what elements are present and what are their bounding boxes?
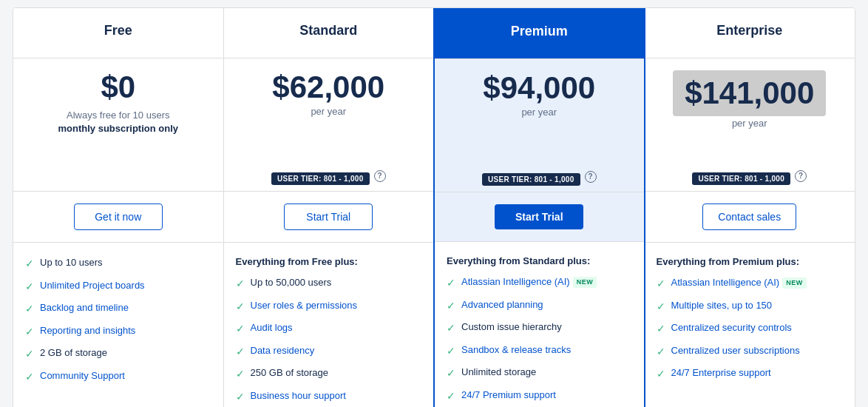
- feature-item: ✓Unlimited Project boards: [25, 279, 211, 295]
- feature-item: ✓Sandbox & release tracks: [447, 343, 632, 359]
- feature-link-premium-5[interactable]: 24/7 Premium support: [461, 389, 556, 400]
- feature-link-enterprise-3[interactable]: Centralized user subscriptions: [671, 345, 800, 356]
- check-icon: ✓: [236, 345, 245, 360]
- check-icon: ✓: [447, 321, 455, 336]
- feature-item: ✓Atlassian Intelligence (AI)NEW: [657, 276, 844, 292]
- plan-header-enterprise: Enterprise: [645, 8, 855, 58]
- feature-link-enterprise-4[interactable]: 24/7 Enterprise support: [671, 367, 771, 378]
- check-icon: ✓: [657, 277, 665, 292]
- check-icon: ✓: [447, 366, 455, 381]
- check-icon: ✓: [447, 389, 455, 404]
- new-badge: NEW: [573, 277, 597, 288]
- plan-name-enterprise: Enterprise: [657, 23, 844, 38]
- help-icon-enterprise[interactable]: ?: [795, 170, 807, 182]
- feature-text: Sandbox & release tracks: [461, 343, 571, 357]
- feature-item: ✓Community Support: [25, 369, 211, 385]
- feature-text: Community Support: [40, 369, 125, 383]
- cta-area-free: Get it now: [13, 192, 223, 243]
- feature-item: ✓Up to 50,000 users: [236, 276, 422, 292]
- check-icon: ✓: [657, 322, 665, 337]
- feature-link-free-2[interactable]: Backlog and timeline: [40, 302, 129, 313]
- check-icon: ✓: [447, 299, 455, 314]
- plan-price-area-free: $0Always free for 10 usersmonthly subscr…: [13, 58, 223, 192]
- feature-text: Up to 50,000 users: [251, 276, 332, 289]
- feature-item: ✓250 GB of storage: [236, 366, 422, 382]
- help-icon-premium[interactable]: ?: [585, 171, 597, 183]
- feature-link-premium-0[interactable]: Atlassian Intelligence (AI): [461, 276, 570, 287]
- feature-text: 24/7 Enterprise support: [671, 366, 771, 380]
- feature-link-free-1[interactable]: Unlimited Project boards: [40, 280, 145, 291]
- check-icon: ✓: [657, 300, 665, 314]
- help-icon-standard[interactable]: ?: [374, 170, 386, 182]
- feature-item: ✓Up to 10 users: [25, 256, 211, 272]
- feature-item: ✓2 GB of storage: [25, 346, 211, 362]
- features-title-premium: Everything from Standard plus:: [447, 255, 632, 266]
- plan-subtitle-free: Always free for 10 usersmonthly subscrip…: [58, 109, 178, 135]
- feature-link-standard-2[interactable]: Audit logs: [251, 322, 293, 333]
- feature-link-premium-1[interactable]: Advanced planning: [461, 299, 543, 310]
- check-icon: ✓: [25, 302, 34, 317]
- price-note-standard: per year: [311, 106, 346, 117]
- cta-button-free[interactable]: Get it now: [74, 204, 163, 230]
- feature-item: ✓Multiple sites, up to 150: [657, 299, 844, 314]
- plan-name-free: Free: [25, 23, 211, 38]
- feature-text: Up to 10 users: [40, 256, 103, 269]
- check-icon: ✓: [236, 300, 245, 314]
- feature-text: Unlimited Project boards: [40, 279, 145, 292]
- cta-area-premium: Start Trial: [435, 192, 644, 242]
- feature-link-enterprise-1[interactable]: Multiple sites, up to 150: [671, 300, 773, 311]
- feature-link-enterprise-0[interactable]: Atlassian Intelligence (AI): [671, 277, 780, 288]
- user-tier-badge-premium: USER TIER: 801 - 1,000: [482, 173, 580, 186]
- check-icon: ✓: [236, 390, 245, 405]
- price-wrapper-enterprise: $141,000per year: [673, 70, 826, 129]
- plan-price-area-enterprise: $141,000per yearUSER TIER: 801 - 1,000?: [645, 58, 855, 192]
- feature-link-standard-1[interactable]: User roles & permissions: [251, 300, 358, 311]
- features-area-standard: Everything from Free plus:✓Up to 50,000 …: [224, 243, 434, 407]
- plan-column-enterprise: Enterprise$141,000per yearUSER TIER: 801…: [645, 8, 855, 407]
- check-icon: ✓: [657, 345, 665, 360]
- features-area-premium: Everything from Standard plus:✓Atlassian…: [435, 242, 644, 407]
- feature-text: User roles & permissions: [251, 299, 358, 312]
- cta-button-enterprise[interactable]: Contact sales: [702, 204, 796, 230]
- plan-price-premium: $94,000: [483, 71, 595, 105]
- feature-link-free-3[interactable]: Reporting and insights: [40, 325, 135, 336]
- cta-button-standard[interactable]: Start Trial: [284, 204, 373, 230]
- cta-area-standard: Start Trial: [224, 192, 434, 243]
- pricing-table: Free$0Always free for 10 usersmonthly su…: [13, 7, 855, 407]
- check-icon: ✓: [657, 367, 665, 382]
- price-wrapper-premium: $94,000per year: [483, 71, 595, 118]
- feature-link-premium-3[interactable]: Sandbox & release tracks: [461, 344, 571, 355]
- feature-text: Reporting and insights: [40, 324, 135, 337]
- price-wrapper-free: $0Always free for 10 usersmonthly subscr…: [58, 70, 178, 136]
- cta-button-premium[interactable]: Start Trial: [495, 204, 583, 229]
- feature-item: ✓Business hour support: [236, 389, 422, 405]
- feature-item: ✓Unlimited storage: [447, 366, 632, 381]
- check-icon: ✓: [236, 322, 245, 337]
- plan-price-area-premium: $94,000per yearUSER TIER: 801 - 1,000?: [435, 59, 644, 192]
- features-title-standard: Everything from Free plus:: [236, 256, 422, 267]
- check-icon: ✓: [447, 344, 455, 359]
- feature-item: ✓User roles & permissions: [236, 299, 422, 314]
- feature-item: ✓Audit logs: [236, 321, 422, 337]
- price-note-premium: per year: [521, 107, 557, 118]
- check-icon: ✓: [25, 325, 34, 340]
- feature-text: Audit logs: [251, 321, 293, 334]
- feature-link-standard-5[interactable]: Business hour support: [251, 390, 346, 401]
- feature-link-free-5[interactable]: Community Support: [40, 370, 125, 381]
- feature-link-enterprise-2[interactable]: Centralized security controls: [671, 322, 792, 333]
- plan-price-standard: $62,000: [272, 70, 384, 104]
- feature-text: Centralized user subscriptions: [671, 344, 800, 357]
- plan-column-standard: Standard$62,000per yearUSER TIER: 801 - …: [224, 8, 435, 407]
- plan-column-premium: Premium$94,000per yearUSER TIER: 801 - 1…: [433, 7, 645, 407]
- check-icon: ✓: [25, 280, 34, 295]
- plan-price-area-standard: $62,000per yearUSER TIER: 801 - 1,000?: [224, 58, 434, 192]
- feature-text: 24/7 Premium support: [461, 388, 556, 402]
- feature-text: 250 GB of storage: [251, 366, 329, 380]
- check-icon: ✓: [25, 370, 34, 385]
- plan-price-enterprise: $141,000: [685, 76, 814, 110]
- check-icon: ✓: [236, 277, 245, 292]
- feature-link-standard-3[interactable]: Data residency: [251, 345, 315, 356]
- feature-text: Multiple sites, up to 150: [671, 299, 773, 312]
- feature-item: ✓Backlog and timeline: [25, 301, 211, 317]
- feature-item: ✓24/7 Premium support: [447, 388, 632, 404]
